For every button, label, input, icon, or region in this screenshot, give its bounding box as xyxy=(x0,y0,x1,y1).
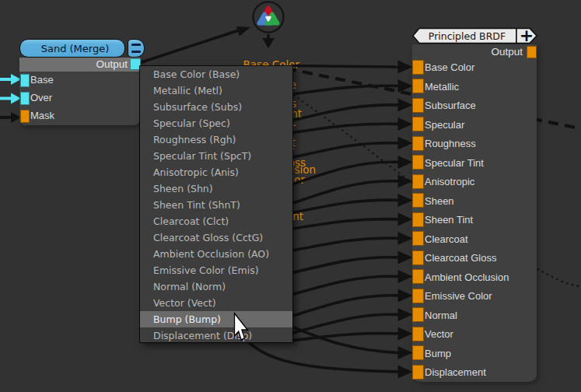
mouse-cursor xyxy=(0,0,581,392)
